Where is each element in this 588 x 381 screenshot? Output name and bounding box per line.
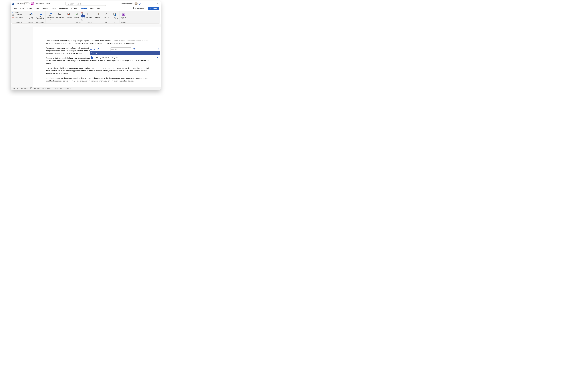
document-icon (91, 56, 93, 59)
overlay-forward-icon[interactable]: ➔ (157, 48, 159, 51)
search-placeholder: Search (Alt+Q) (70, 3, 82, 5)
overlay-toolbar: Search... ➔ (90, 47, 160, 51)
maximize-button[interactable]: ☐ (149, 3, 153, 5)
overlay-row-track-changes[interactable]: Looking for Track Changes? ✕ (90, 55, 160, 60)
close-icon[interactable]: ✕ (157, 56, 159, 59)
editor-button[interactable]: Editor (12, 11, 26, 13)
toggle-state: Off (26, 3, 27, 4)
save-icon[interactable] (31, 2, 34, 5)
overlay-search-input[interactable]: Search... (110, 47, 131, 51)
status-words[interactable]: 478 words (21, 87, 28, 89)
tab-view[interactable]: View (88, 7, 95, 10)
tab-references[interactable]: References (57, 7, 69, 10)
thesaurus-button[interactable]: Thesaurus (12, 14, 26, 16)
chevron-down-icon: ▾ (98, 19, 98, 20)
status-language[interactable]: English (United Kingdom) (34, 87, 51, 89)
ink-icon (104, 12, 108, 16)
overlay-book-icon[interactable] (90, 48, 92, 51)
status-page[interactable]: Page 1 of 1 (12, 87, 19, 89)
tracking-icon (67, 12, 70, 16)
cv-assistant-label: CV Assistant (111, 17, 119, 20)
linked-notes-button[interactable]: N Linked Notes (120, 11, 127, 21)
tab-mailings[interactable]: Mailings (69, 7, 79, 10)
tutorial-pointer (80, 13, 87, 20)
group-label: OneNote (120, 21, 127, 23)
tracking-button[interactable]: Tracking ▾ (65, 11, 72, 21)
overlay-tools-icon[interactable] (97, 48, 99, 51)
tab-strip: File Home Insert Draw Design Layout Refe… (11, 6, 161, 10)
search-icon (67, 3, 69, 5)
group-tracking: Tracking ▾ (65, 11, 73, 23)
tab-help[interactable]: Help (95, 7, 102, 10)
tab-file[interactable]: File (12, 7, 18, 10)
search-box[interactable]: Search (Alt+Q) (65, 2, 106, 6)
paragraph: Video provides a powerful way to help yo… (46, 39, 150, 45)
tab-insert[interactable]: Insert (26, 7, 33, 10)
avatar[interactable] (135, 2, 138, 5)
protect-button[interactable]: Protect ▾ (94, 11, 101, 21)
language-icon (49, 12, 52, 16)
comments-label: Comments (56, 16, 64, 18)
overlay-search-icon[interactable] (133, 48, 135, 51)
status-accessibility[interactable]: Accessibility: Good to go (53, 87, 71, 89)
overlay-refresh-icon[interactable] (93, 48, 96, 51)
tab-review[interactable]: Review (79, 7, 88, 10)
svg-rect-27 (30, 87, 32, 89)
tab-home[interactable]: Home (18, 7, 26, 10)
group-label (46, 21, 54, 23)
svg-rect-17 (97, 13, 98, 15)
word-app-icon: W (12, 2, 14, 5)
onenote-icon: N (122, 12, 125, 16)
tab-design[interactable]: Design (41, 7, 49, 10)
group-comments: Comments ▾ (55, 11, 65, 23)
document-name[interactable]: Document1 (36, 3, 44, 5)
check-accessibility-button[interactable]: Check Accessibility ▾ (36, 11, 45, 21)
share-button[interactable]: Share (148, 7, 159, 10)
cv-assistant-button[interactable]: in CV Assistant (111, 11, 119, 21)
tab-layout[interactable]: Layout (49, 7, 57, 10)
chevron-down-icon: ▾ (68, 19, 69, 20)
pen-icon[interactable] (139, 2, 142, 5)
hide-ink-label: Hide Ink (103, 16, 109, 18)
group-label: Ink (103, 21, 109, 23)
group-language: Language ▾ (46, 11, 55, 23)
hide-ink-button[interactable]: Hide Ink ▾ (103, 11, 109, 21)
group-cv: in CV Assistant CV (110, 11, 120, 23)
chevron-down-icon: ▾ (60, 19, 60, 20)
comments-icon (58, 12, 62, 16)
ribbon-expand-icon[interactable]: ⌄ (157, 21, 159, 23)
comments-split-button[interactable]: Comments ▾ (56, 11, 64, 21)
wordcount-button[interactable]: 123 Word Count (12, 16, 26, 18)
app-name-suffix: - Word (45, 3, 50, 5)
svg-rect-3 (13, 14, 14, 15)
group-proofing: Editor Thesaurus 123 Word Count Proofing (11, 11, 27, 23)
accessibility-icon (39, 12, 42, 15)
user-name[interactable]: Daryl Fitzpatrick (121, 3, 133, 5)
tab-draw[interactable]: Draw (33, 7, 41, 10)
chevron-down-icon: ▾ (145, 8, 146, 9)
read-aloud-button[interactable]: A Read Aloud (27, 11, 34, 21)
wordcount-icon: 123 (12, 16, 14, 18)
overlay-row-label: Looking for Track Changes? (95, 57, 118, 59)
group-label: Speech (27, 21, 34, 23)
comments-button[interactable]: Comments ▾ (131, 7, 147, 10)
svg-text:N: N (123, 14, 123, 15)
group-speech: A Read Aloud Speech (27, 11, 35, 23)
paragraph: Save time in Word with new buttons that … (46, 67, 150, 75)
spellcheck-icon[interactable] (30, 87, 32, 89)
accept-button[interactable]: Accept ▾ (74, 11, 80, 21)
tracking-label: Tracking (66, 16, 71, 18)
autosave-toggle[interactable]: AutoSave Off (16, 2, 29, 5)
minimize-button[interactable]: ─ (143, 3, 147, 5)
group-protect: Protect ▾ (94, 11, 102, 23)
group-label (56, 21, 64, 23)
comment-icon (133, 7, 135, 10)
language-button[interactable]: Language ▾ (46, 11, 54, 21)
toggle-knob (24, 3, 25, 4)
overlay-header[interactable]: Review › (90, 51, 160, 55)
svg-text:A: A (29, 13, 31, 16)
toggle-switch[interactable]: Off (23, 2, 29, 5)
thesaurus-label: Thesaurus (15, 14, 22, 16)
close-button[interactable]: ✕ (155, 3, 159, 5)
title-bar: W AutoSave Off Document1 - Word Search (… (11, 1, 161, 6)
